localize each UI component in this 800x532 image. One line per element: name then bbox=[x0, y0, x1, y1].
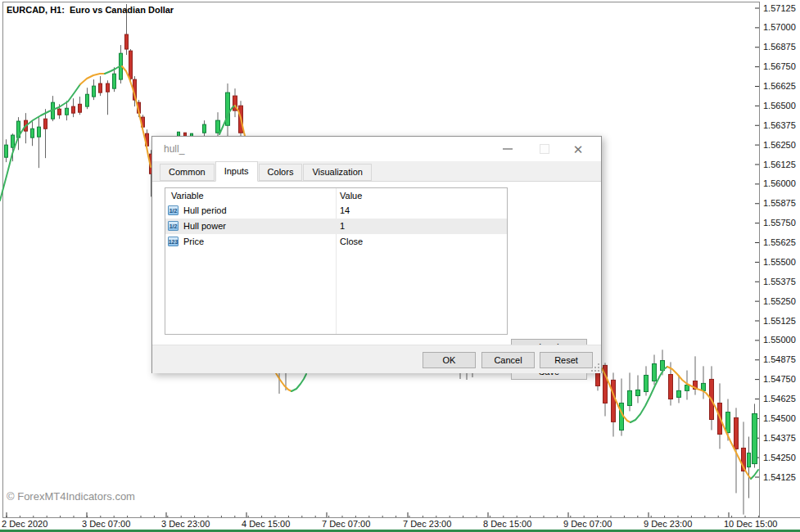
candle bbox=[58, 109, 61, 115]
candle bbox=[644, 375, 649, 391]
reset-button[interactable]: Reset bbox=[540, 352, 593, 368]
price-tick-label: 1.56375 bbox=[763, 120, 796, 130]
price-tick-label: 1.56875 bbox=[763, 42, 796, 52]
price-tick-label: 1.54625 bbox=[763, 394, 796, 404]
column-header-variable: Variable bbox=[171, 188, 204, 204]
candle bbox=[31, 128, 34, 138]
candle bbox=[748, 453, 751, 467]
candle bbox=[685, 385, 689, 391]
time-tick-label: 3 Dec 23:00 bbox=[161, 519, 210, 529]
price-tick-label: 1.56625 bbox=[763, 81, 796, 91]
price-tick-label: 1.55625 bbox=[763, 237, 796, 247]
table-row-hull-period[interactable]: 1/2 Hull period 14 bbox=[165, 203, 507, 219]
time-tick-label: 3 Dec 07:00 bbox=[82, 519, 130, 529]
candle bbox=[612, 380, 616, 422]
maximize-icon bbox=[540, 144, 549, 154]
param-name: Price bbox=[183, 234, 204, 250]
ok-button[interactable]: OK bbox=[423, 352, 476, 368]
dialog-titlebar[interactable]: hull_ ✕ bbox=[152, 137, 601, 161]
close-icon: ✕ bbox=[573, 143, 584, 156]
candle bbox=[5, 145, 8, 157]
table-header: Variable Value bbox=[165, 188, 507, 203]
price-tick-label: 1.55750 bbox=[763, 218, 796, 228]
price-tick-label: 1.56500 bbox=[763, 101, 796, 110]
cancel-button[interactable]: Cancel bbox=[481, 352, 535, 368]
dialog-title: hull_ bbox=[164, 137, 184, 161]
price-tick-label: 1.55250 bbox=[763, 296, 796, 306]
table-row-price[interactable]: 123 Price Close bbox=[165, 234, 507, 250]
tab-visualization[interactable]: Visualization bbox=[303, 164, 372, 181]
candle bbox=[125, 34, 129, 49]
candle bbox=[636, 390, 640, 395]
price-tick-label: 1.54125 bbox=[763, 472, 796, 482]
hma-down-segment bbox=[276, 373, 292, 391]
price-tick-label: 1.57000 bbox=[763, 22, 796, 32]
time-tick-label: 10 Dec 15:00 bbox=[724, 519, 777, 529]
price-tick-label: 1.56125 bbox=[763, 160, 796, 169]
resize-grip-icon[interactable] bbox=[591, 363, 600, 372]
numeric-param-icon: 1/2 bbox=[168, 221, 179, 231]
price-tick-label: 1.54500 bbox=[763, 413, 796, 423]
close-button[interactable]: ✕ bbox=[565, 137, 591, 161]
price-tick-label: 1.55500 bbox=[763, 257, 796, 267]
candle bbox=[677, 390, 681, 397]
dialog-footer: OK Cancel Reset bbox=[152, 345, 601, 373]
price-tick-label: 1.56750 bbox=[763, 61, 796, 71]
column-header-value: Value bbox=[340, 188, 362, 204]
chart-symbol-title: EURCAD, H1: Euro vs Canadian Dollar bbox=[7, 5, 174, 15]
time-tick-label: 4 Dec 15:00 bbox=[242, 519, 290, 529]
price-tick-label: 1.55000 bbox=[763, 335, 796, 345]
candle bbox=[203, 124, 206, 133]
price-tick-label: 1.56000 bbox=[763, 178, 796, 188]
param-value[interactable]: Close bbox=[340, 234, 363, 250]
candle bbox=[653, 364, 657, 381]
candle bbox=[106, 83, 110, 92]
candle bbox=[66, 108, 69, 115]
price-axis[interactable]: 1.571251.570001.568751.567501.566251.565… bbox=[755, 3, 796, 482]
param-value[interactable]: 1 bbox=[340, 219, 345, 234]
price-tick-label: 1.56250 bbox=[763, 140, 796, 150]
parameters-table: Variable Value 1/2 Hull period 14 1/2 Hu… bbox=[165, 187, 508, 335]
candle bbox=[734, 417, 739, 449]
candle bbox=[113, 74, 116, 88]
mt5-chart-window: 1.571251.570001.568751.567501.566251.565… bbox=[0, 0, 800, 532]
enum-param-icon: 123 bbox=[168, 237, 179, 246]
candle bbox=[99, 83, 102, 92]
candle bbox=[38, 127, 41, 137]
time-tick-label: 7 Dec 07:00 bbox=[322, 519, 370, 529]
candle bbox=[669, 375, 673, 399]
candle bbox=[72, 106, 75, 113]
price-tick-label: 1.54750 bbox=[763, 374, 796, 384]
price-tick-label: 1.55375 bbox=[763, 277, 796, 286]
candle bbox=[86, 94, 89, 106]
price-tick-label: 1.55875 bbox=[763, 198, 796, 208]
tab-common[interactable]: Common bbox=[160, 164, 215, 181]
minimize-button[interactable] bbox=[495, 137, 521, 161]
hma-up-segment bbox=[292, 374, 306, 391]
param-value[interactable]: 14 bbox=[340, 203, 350, 219]
indicator-dialog: hull_ ✕ Common Inputs Colors Visualizati… bbox=[151, 136, 602, 373]
time-tick-label: 9 Dec 23:00 bbox=[644, 519, 692, 529]
time-tick-label: 9 Dec 07:00 bbox=[563, 519, 612, 529]
candle bbox=[628, 390, 632, 405]
candle bbox=[726, 413, 730, 433]
price-tick-label: 1.57125 bbox=[763, 3, 796, 13]
param-name: Hull power bbox=[183, 219, 226, 234]
candle bbox=[216, 120, 220, 133]
candle bbox=[753, 413, 757, 463]
param-name: Hull period bbox=[183, 203, 227, 219]
price-tick-label: 1.55125 bbox=[763, 316, 796, 326]
minimize-icon bbox=[503, 148, 513, 150]
table-row-hull-power[interactable]: 1/2 Hull power 1 bbox=[165, 219, 507, 234]
price-tick-label: 1.54375 bbox=[763, 433, 796, 443]
candle bbox=[79, 104, 82, 112]
price-tick-label: 1.54875 bbox=[763, 354, 796, 364]
candle bbox=[129, 51, 133, 79]
tab-inputs[interactable]: Inputs bbox=[215, 161, 258, 182]
time-tick-label: 7 Dec 23:00 bbox=[403, 519, 451, 529]
time-tick-label: 8 Dec 15:00 bbox=[483, 519, 531, 529]
watermark: © ForexMT4Indicators.com bbox=[7, 490, 135, 503]
maximize-button bbox=[531, 137, 558, 161]
time-axis[interactable]: 2 Dec 20203 Dec 07:003 Dec 23:004 Dec 15… bbox=[2, 512, 777, 529]
tab-colors[interactable]: Colors bbox=[259, 164, 303, 181]
